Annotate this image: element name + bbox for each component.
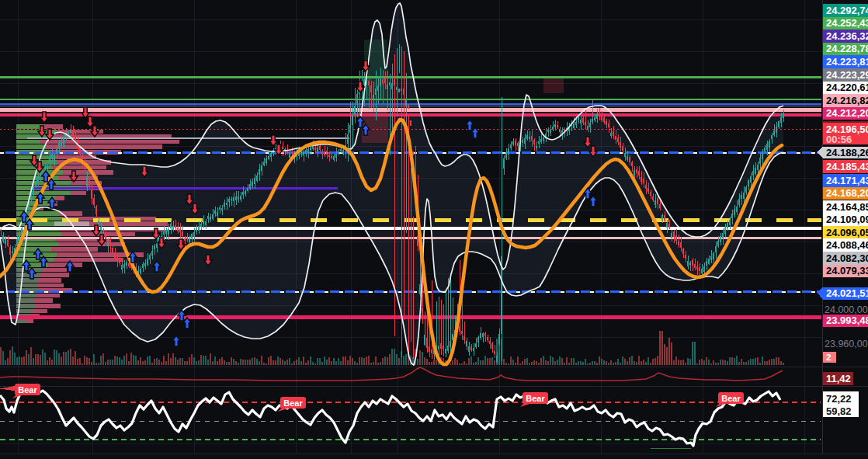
svg-text:24.228,78: 24.228,78 — [826, 43, 868, 54]
svg-text:24.000,00: 24.000,00 — [825, 304, 868, 315]
svg-text:23.960,00: 23.960,00 — [825, 339, 868, 349]
svg-text:24.236,32: 24.236,32 — [826, 30, 868, 42]
svg-text:23.993,48: 23.993,48 — [826, 315, 868, 326]
svg-text:24.164,85: 24.164,85 — [826, 201, 868, 213]
svg-text:Bear: Bear — [721, 394, 741, 403]
svg-text:24.216,82: 24.216,82 — [826, 95, 868, 106]
svg-text:24.088,46: 24.088,46 — [826, 239, 868, 251]
svg-text:24.168,20: 24.168,20 — [826, 187, 868, 199]
svg-text:24.292,74: 24.292,74 — [826, 5, 868, 16]
svg-text:24.220,61: 24.220,61 — [826, 82, 868, 93]
svg-text:72,22: 72,22 — [826, 393, 852, 405]
svg-text:24.082,30: 24.082,30 — [826, 252, 868, 264]
svg-text:11,42: 11,42 — [826, 373, 851, 384]
svg-text:24.252,43: 24.252,43 — [826, 17, 868, 29]
svg-text:24.223,29: 24.223,29 — [826, 69, 868, 81]
svg-text:24.021,51: 24.021,51 — [826, 287, 868, 299]
svg-text:00:56: 00:56 — [826, 134, 852, 145]
svg-text:24.109,09: 24.109,09 — [826, 214, 868, 225]
svg-text:24.188,26: 24.188,26 — [826, 147, 868, 158]
svg-text:59,82: 59,82 — [826, 405, 852, 417]
svg-text:24.096,05: 24.096,05 — [826, 227, 868, 238]
svg-text:2: 2 — [826, 353, 831, 362]
svg-text:Bear: Bear — [526, 394, 545, 403]
svg-text:24.185,43: 24.185,43 — [826, 161, 868, 172]
svg-text:Bear: Bear — [18, 385, 37, 395]
svg-text:24.212,20: 24.212,20 — [826, 107, 868, 119]
svg-text:24.171,43: 24.171,43 — [826, 175, 868, 186]
svg-text:24.223,81: 24.223,81 — [826, 56, 868, 68]
svg-text:Bear: Bear — [283, 398, 303, 408]
svg-text:24.079,33: 24.079,33 — [826, 265, 868, 276]
